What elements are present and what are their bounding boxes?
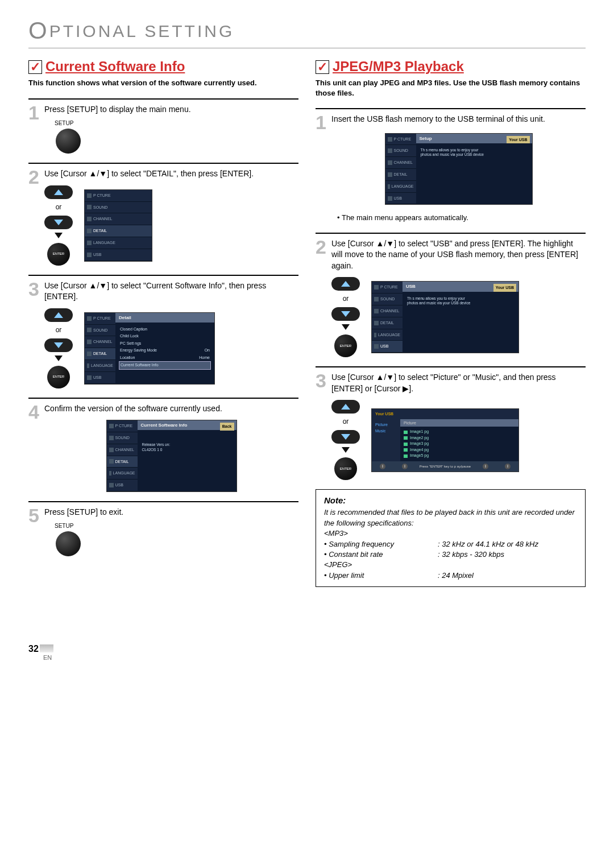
r-step1-text: Insert the USB flash memory to the USB t… [331, 114, 586, 125]
tv-menu-item: LANGUAGE [85, 237, 152, 249]
your-usb-badge: Your USB [507, 136, 529, 144]
header-rule [28, 48, 586, 48]
arrow-down-icon [55, 356, 63, 361]
right-column: ✓JPEG/MP3 Playback This unit can play JP… [316, 59, 586, 587]
tv-menu-item: USB [85, 249, 152, 261]
step3-text: Use [Cursor ▲/▼] to select "Current Soft… [44, 280, 298, 303]
step-number: 3 [28, 278, 39, 300]
enter-button-icon: ENTER [47, 366, 70, 388]
step-number: 4 [28, 401, 39, 423]
dpad-up-icon [331, 277, 360, 291]
or-text: or [56, 202, 62, 212]
checkbox-icon: ✓ [316, 60, 329, 74]
tv-menu-item: DETAIL [85, 225, 152, 237]
tv-menu-item: SOUND [85, 202, 152, 214]
section-desc-right: This unit can play JPEG and MP3 files. U… [316, 78, 586, 98]
step-3-right: 3 Use [Cursor ▲/▼] to select "Picture" o… [316, 366, 586, 480]
step-3-left: 3 Use [Cursor ▲/▼] to select "Current So… [28, 275, 298, 388]
enter-button-icon: ENTER [334, 457, 357, 480]
tv-menu-sidebar: P CTURE SOUND CHANNEL DETAIL LANGUAGE US… [84, 189, 152, 262]
r-step2-text: Use [Cursor ▲/▼] to select "USB" and pre… [331, 238, 586, 272]
file-browser: Your USB Picture Music Picture Image1 pg [371, 408, 519, 472]
arrow-down-icon [342, 324, 350, 330]
setup-label: SETUP [55, 522, 298, 530]
setup-button-icon [56, 531, 81, 556]
dpad-down-icon [44, 338, 73, 352]
header-text: PTIONAL SETTING [49, 22, 235, 40]
step-number: 2 [316, 236, 326, 258]
step-number: 5 [28, 505, 39, 527]
step1-text: Press [SETUP] to display the main menu. [44, 104, 298, 115]
or-text: or [343, 294, 349, 304]
section-title-playback: ✓JPEG/MP3 Playback [316, 59, 586, 75]
enter-button-icon: ENTER [334, 334, 357, 357]
your-usb-badge: Your USB [493, 284, 516, 292]
arrow-down-icon [55, 233, 63, 238]
dpad-down-icon [44, 216, 73, 229]
tv-menu-item: CHANNEL [85, 213, 152, 225]
step-2-left: 2 Use [Cursor ▲/▼] to select "DETAIL", t… [28, 163, 298, 265]
step5-text: Press [SETUP] to exit. [44, 507, 298, 518]
back-badge: Back [220, 423, 234, 431]
cursor-control-graphic: or ENTER [44, 185, 73, 266]
cursor-control-graphic: or ENTER [331, 277, 360, 357]
left-column: ✓Current Software Info This function sho… [28, 59, 298, 587]
arrow-down-icon [342, 447, 350, 453]
r-step1-sub: The main menu appears automatically. [342, 213, 468, 222]
step-number: 3 [316, 370, 326, 392]
setup-label: SETUP [55, 119, 298, 127]
tv-detail-menu: P CTURE SOUND CHANNEL DETAIL LANGUAGE US… [84, 312, 215, 385]
step-5-left: 5 Press [SETUP] to exit. SETUP [28, 501, 298, 557]
step-1-right: 1 Insert the USB flash memory to the USB… [316, 108, 586, 224]
dpad-down-icon [331, 307, 360, 321]
page-lang: EN [43, 654, 586, 661]
note-box: Note: It is recommended that files to be… [316, 489, 586, 587]
tv-menu-item: P CTURE [85, 190, 152, 202]
step-1-left: 1 Press [SETUP] to display the main menu… [28, 98, 298, 154]
step4-text: Confirm the version of the software curr… [44, 403, 298, 415]
step-number: 2 [28, 166, 39, 188]
section-title-software-info: ✓Current Software Info [28, 59, 298, 75]
page-header: OPTIONAL SETTING [28, 17, 586, 44]
dpad-down-icon [331, 430, 360, 444]
cursor-control-graphic: or ENTER [331, 400, 360, 480]
step2-text: Use [Cursor ▲/▼] to select "DETAIL", the… [44, 168, 298, 180]
dpad-up-icon [44, 308, 73, 322]
or-text: or [56, 325, 62, 335]
note-title: Note: [324, 495, 577, 505]
tv-setup-screen: P CTURE SOUND CHANNEL DETAIL LANGUAGE US… [385, 133, 533, 205]
setup-button-icon [56, 129, 81, 154]
section-desc-left: This function shows what version of the … [28, 78, 298, 88]
dpad-up-icon [44, 185, 73, 199]
step-4-left: 4 Confirm the version of the software cu… [28, 398, 298, 492]
page-number: 32 [28, 644, 586, 654]
tv-software-info: P CTURE SOUND CHANNEL DETAIL LANGUAGE US… [106, 420, 237, 492]
dpad-up-icon [331, 400, 360, 414]
step-number: 1 [28, 102, 39, 124]
r-step3-text: Use [Cursor ▲/▼] to select "Picture" or … [331, 372, 586, 394]
note-jpeg-header: <JPEG> [324, 560, 577, 570]
note-mp3-header: <MP3> [324, 528, 577, 539]
step-2-right: 2 Use [Cursor ▲/▼] to select "USB" and p… [316, 233, 586, 358]
enter-button-icon: ENTER [47, 243, 70, 266]
or-text: or [343, 417, 349, 427]
header-cap: O [28, 17, 49, 44]
checkbox-icon: ✓ [28, 60, 42, 74]
tv-usb-screen: P CTURE SOUND CHANNEL DETAIL LANGUAGE US… [371, 281, 519, 353]
cursor-control-graphic: or ENTER [44, 308, 73, 388]
note-intro: It is recommended that files to be playe… [324, 507, 577, 528]
step-number: 1 [316, 111, 326, 134]
